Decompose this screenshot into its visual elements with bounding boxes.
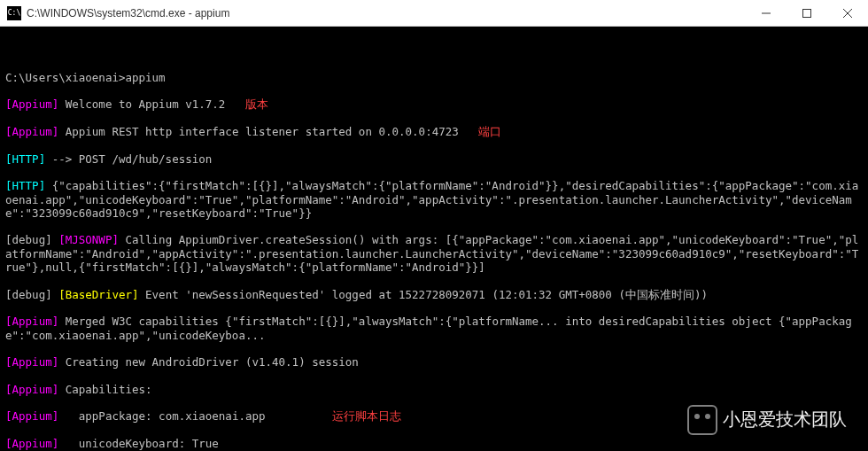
wechat-icon <box>687 405 717 435</box>
watermark-text: 小恩爱技术团队 <box>723 413 847 426</box>
terminal-line: [Appium] Merged W3C capabilities {"first… <box>5 315 863 342</box>
close-button[interactable] <box>827 0 868 26</box>
annotation-version: 版本 <box>245 97 268 111</box>
terminal-line <box>5 43 863 57</box>
svg-rect-1 <box>803 9 811 17</box>
terminal-output[interactable]: C:\Users\xiaoenai>appium [Appium] Welcom… <box>0 27 868 451</box>
terminal-line: [debug] [MJSONWP] Calling AppiumDriver.c… <box>5 233 863 274</box>
terminal-line: [HTTP] {"capabilities":{"firstMatch":[{}… <box>5 179 863 220</box>
maximize-button[interactable] <box>787 0 827 26</box>
window-title: C:\WINDOWS\system32\cmd.exe - appium <box>27 7 746 19</box>
terminal-line: [Appium] Capabilities: <box>5 383 863 396</box>
minimize-button[interactable] <box>746 0 787 26</box>
terminal-line: [HTTP] --> POST /wd/hub/session <box>5 152 863 166</box>
terminal-line: [debug] [BaseDriver] Event 'newSessionRe… <box>5 288 863 301</box>
terminal-line: [Appium] Appium REST http interface list… <box>5 125 863 138</box>
terminal-line: [Appium] Creating new AndroidDriver (v1.… <box>5 355 863 369</box>
window-controls <box>746 0 868 26</box>
annotation-log: 运行脚本日志 <box>332 409 401 423</box>
annotation-port: 端口 <box>478 125 501 138</box>
window-titlebar: C:\ C:\WINDOWS\system32\cmd.exe - appium <box>0 0 868 27</box>
prompt-line: C:\Users\xiaoenai>appium <box>5 71 863 84</box>
watermark: 小恩爱技术团队 <box>687 405 847 435</box>
terminal-line: [Appium] Welcome to Appium v1.7.2 版本 <box>5 97 863 111</box>
terminal-line: [Appium] unicodeKeyboard: True <box>5 437 863 450</box>
cmd-icon: C:\ <box>7 6 21 20</box>
